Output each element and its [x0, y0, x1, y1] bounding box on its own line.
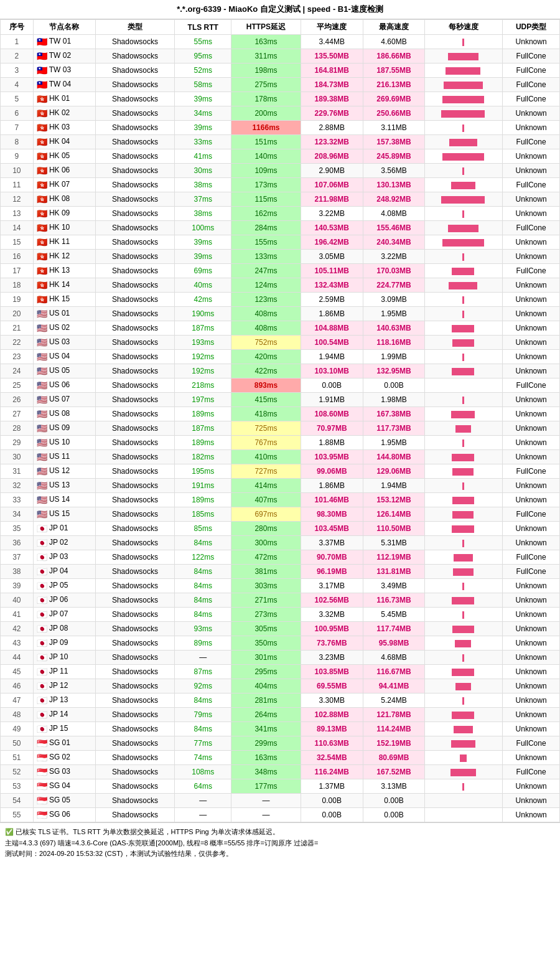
- avg-speed: 3.05MB: [301, 250, 363, 264]
- speed-bar-cell: [425, 264, 503, 278]
- node-type: Shadowsocks: [95, 278, 175, 293]
- table-row: 10🇭🇰 HK 06Shadowsocks30ms109ms2.90MB3.56…: [1, 164, 560, 178]
- row-id: 14: [1, 221, 34, 235]
- node-type: Shadowsocks: [95, 307, 175, 321]
- avg-speed: 1.94MB: [301, 350, 363, 364]
- flag-emoji: 🇯🇵: [37, 524, 47, 534]
- avg-speed: 1.37MB: [301, 779, 363, 794]
- speed-bar: [452, 669, 474, 676]
- avg-speed: 135.50MB: [301, 49, 363, 63]
- avg-speed: 103.85MB: [301, 665, 363, 679]
- max-speed: 0.00B: [363, 794, 425, 808]
- https-delay: 893ms: [231, 378, 301, 393]
- table-row: 47🇯🇵 JP 13Shadowsocks84ms281ms3.30MB5.24…: [1, 693, 560, 708]
- udp-type: Unknown: [503, 536, 560, 550]
- node-name: 🇯🇵 JP 06: [33, 593, 95, 608]
- udp-type: Unknown: [503, 250, 560, 264]
- table-row: 50🇸🇬 SG 01Shadowsocks77ms299ms110.63MB15…: [1, 736, 560, 751]
- row-id: 15: [1, 235, 34, 250]
- flag-emoji: 🇭🇰: [37, 294, 47, 304]
- speed-bar: [455, 683, 471, 690]
- avg-speed: 211.98MB: [301, 192, 363, 207]
- udp-type: Unknown: [503, 149, 560, 164]
- max-speed: 248.92MB: [363, 192, 425, 207]
- speed-bar: [452, 597, 474, 604]
- tls-rtt: 52ms: [175, 63, 231, 78]
- row-id: 45: [1, 665, 34, 679]
- table-row: 45🇯🇵 JP 11Shadowsocks87ms295ms103.85MB11…: [1, 665, 560, 679]
- udp-type: Unknown: [503, 708, 560, 722]
- speed-bar-cell: [425, 536, 503, 550]
- table-row: 3🇹🇼 TW 03Shadowsocks52ms198ms164.81MB187…: [1, 63, 560, 78]
- udp-type: Unknown: [503, 665, 560, 679]
- https-delay: 1166ms: [231, 121, 301, 135]
- udp-type: Unknown: [503, 336, 560, 350]
- speed-bar: [462, 253, 464, 261]
- udp-type: FullCone: [503, 378, 560, 393]
- node-type: Shadowsocks: [95, 164, 175, 178]
- max-speed: 117.73MB: [363, 421, 425, 436]
- udp-type: Unknown: [503, 622, 560, 636]
- flag-emoji: 🇭🇰: [37, 137, 47, 147]
- https-delay: 151ms: [231, 135, 301, 149]
- https-delay: 422ms: [231, 364, 301, 378]
- node-type: Shadowsocks: [95, 622, 175, 636]
- flag-emoji: 🇯🇵: [37, 667, 47, 677]
- max-speed: 114.24MB: [363, 722, 425, 736]
- avg-speed: 1.86MB: [301, 479, 363, 493]
- https-delay: 697ms: [231, 507, 301, 522]
- flag-emoji: 🇺🇸: [37, 495, 47, 505]
- row-id: 27: [1, 407, 34, 421]
- udp-type: FullCone: [503, 178, 560, 192]
- node-name: 🇯🇵 JP 13: [33, 693, 95, 708]
- speed-bar: [462, 540, 464, 547]
- speed-bar: [455, 425, 471, 433]
- speed-bar: [460, 754, 467, 762]
- node-name: 🇹🇼 TW 01: [33, 35, 95, 49]
- row-id: 25: [1, 378, 34, 393]
- max-speed: 4.68MB: [363, 651, 425, 665]
- avg-speed: 70.97MB: [301, 421, 363, 436]
- https-delay: 420ms: [231, 350, 301, 364]
- udp-type: Unknown: [503, 321, 560, 336]
- speed-bar: [446, 67, 480, 75]
- https-delay: 123ms: [231, 293, 301, 307]
- udp-type: FullCone: [503, 221, 560, 235]
- udp-type: FullCone: [503, 550, 560, 565]
- max-speed: 95.98MB: [363, 636, 425, 651]
- flag-emoji: 🇭🇰: [37, 251, 47, 261]
- row-id: 20: [1, 307, 34, 321]
- node-name: 🇭🇰 HK 14: [33, 278, 95, 293]
- flag-emoji: 🇺🇸: [37, 309, 47, 319]
- node-type: Shadowsocks: [95, 450, 175, 464]
- flag-emoji: 🇸🇬: [37, 738, 47, 748]
- flag-emoji: 🇺🇸: [37, 409, 47, 419]
- node-type: Shadowsocks: [95, 321, 175, 336]
- avg-speed: 3.23MB: [301, 651, 363, 665]
- node-type: Shadowsocks: [95, 250, 175, 264]
- node-type: Shadowsocks: [95, 336, 175, 350]
- table-row: 44🇯🇵 JP 10Shadowsocks—301ms3.23MB4.68MBU…: [1, 651, 560, 665]
- speed-bar-cell: [425, 665, 503, 679]
- row-id: 32: [1, 479, 34, 493]
- https-delay: 299ms: [231, 736, 301, 751]
- https-delay: 725ms: [231, 421, 301, 436]
- speed-bar-cell: [425, 622, 503, 636]
- udp-type: FullCone: [503, 135, 560, 149]
- speed-bar: [441, 196, 485, 204]
- speed-bar: [451, 411, 475, 418]
- node-type: Shadowsocks: [95, 221, 175, 235]
- row-id: 40: [1, 593, 34, 608]
- avg-speed: 3.44MB: [301, 35, 363, 49]
- flag-emoji: 🇺🇸: [37, 423, 47, 433]
- avg-speed: 0.00B: [301, 808, 363, 822]
- flag-emoji: 🇭🇰: [37, 223, 47, 233]
- udp-type: Unknown: [503, 278, 560, 293]
- https-delay: —: [231, 794, 301, 808]
- node-type: Shadowsocks: [95, 92, 175, 106]
- speed-bar-cell: [425, 550, 503, 565]
- udp-type: Unknown: [503, 751, 560, 765]
- udp-type: Unknown: [503, 608, 560, 622]
- max-speed: 155.46MB: [363, 221, 425, 235]
- speed-bar: [452, 712, 474, 719]
